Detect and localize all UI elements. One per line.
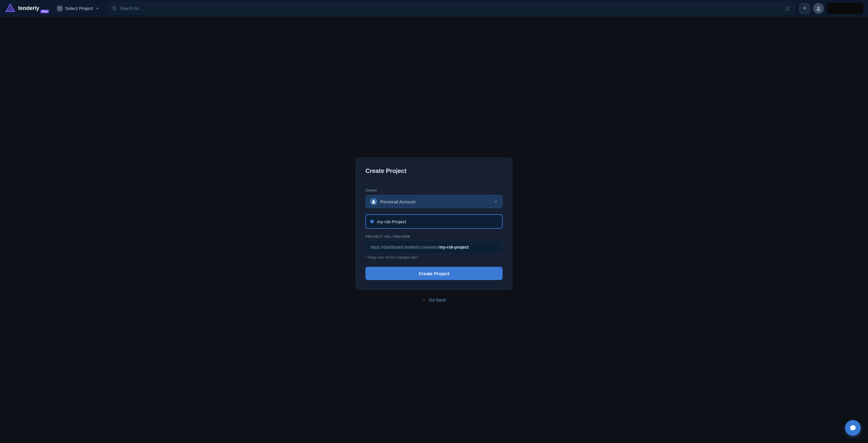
app-logo[interactable]: tenderly PRO [5, 3, 49, 14]
url-hint: * Slugs can not be changed later [366, 255, 502, 260]
search-input[interactable] [120, 6, 782, 11]
chat-icon [849, 424, 856, 431]
avatar[interactable] [813, 3, 824, 14]
owner-select[interactable]: Personal Account [366, 195, 502, 208]
svg-point-4 [817, 7, 820, 9]
main-content: Create Project Owner Personal Account PR… [0, 17, 868, 443]
search-bar[interactable]: / [107, 2, 794, 14]
select-project-button[interactable]: Select Project [54, 4, 103, 13]
url-preview-section: PROJECT URL PREVIEW https://dashboard.te… [366, 235, 502, 260]
svg-point-5 [373, 200, 374, 202]
go-back-label: Go back [429, 297, 446, 302]
chat-button[interactable] [845, 420, 861, 436]
create-project-button[interactable]: Create Project [366, 267, 502, 280]
url-slug: my-rsk-project [439, 245, 469, 249]
search-shortcut: / [785, 6, 790, 11]
search-icon [112, 6, 117, 11]
logo-text: tenderly [18, 5, 39, 11]
navbar-actions: + [799, 3, 863, 14]
select-project-label: Select Project [65, 6, 93, 11]
owner-chevron-icon [493, 199, 498, 204]
add-button[interactable]: + [799, 3, 810, 14]
project-name-field[interactable] [366, 214, 502, 229]
go-back-arrow: ← [422, 297, 427, 302]
project-name-input[interactable] [377, 219, 498, 224]
go-back-link[interactable]: ← Go back [422, 297, 446, 302]
owner-divider [490, 199, 490, 205]
owner-label: Owner [366, 188, 502, 193]
owner-value: Personal Account [380, 199, 487, 204]
project-icon [57, 5, 63, 11]
url-preview-label: PROJECT URL PREVIEW [366, 235, 502, 238]
create-project-modal: Create Project Owner Personal Account PR… [355, 158, 513, 290]
url-preview-box: https://dashboard.tenderly.co/owans/my-r… [366, 241, 502, 253]
pro-badge: PRO [40, 10, 49, 13]
navbar: tenderly PRO Select Project / + [0, 0, 868, 17]
project-indicator [370, 220, 374, 223]
url-base: https://dashboard.tenderly.co/owans/ [371, 245, 439, 249]
modal-title: Create Project [366, 168, 502, 181]
owner-icon [370, 198, 377, 205]
chevron-down-icon [95, 6, 100, 10]
user-menu[interactable] [827, 3, 863, 14]
